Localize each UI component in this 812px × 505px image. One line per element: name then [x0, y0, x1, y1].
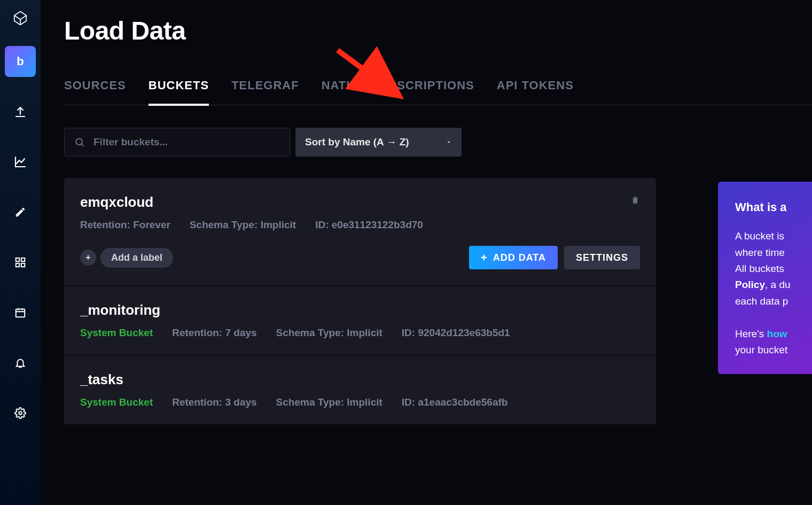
nav-load-data[interactable]: b — [5, 46, 36, 77]
nav-chart-icon[interactable] — [5, 146, 36, 177]
nav-load-data-label: b — [17, 55, 24, 68]
nav-calendar-icon[interactable] — [5, 297, 36, 328]
tab-native-subscriptions[interactable]: NATIVE SUBSCRIPTIONS — [322, 79, 474, 106]
svg-rect-4 — [16, 258, 19, 261]
panel-body: A bucket is where time All buckets Polic… — [735, 228, 812, 309]
bucket-id: ID: 92042d123e63b5d1 — [402, 327, 510, 339]
schema: Schema Type: Implicit — [276, 397, 382, 408]
svg-rect-7 — [21, 263, 25, 267]
bucket-card: _monitoring System Bucket Retention: 7 d… — [64, 286, 656, 355]
system-badge: System Bucket — [80, 397, 153, 408]
svg-line-15 — [82, 144, 84, 146]
nav-edit-icon[interactable] — [5, 197, 36, 228]
add-data-label: ADD DATA — [493, 252, 546, 263]
bucket-id: ID: a1eaac3cbde56afb — [402, 397, 508, 408]
search-icon — [74, 137, 85, 147]
settings-button[interactable]: SETTINGS — [564, 246, 640, 269]
plus-icon: + — [481, 252, 488, 264]
bucket-card: _tasks System Bucket Retention: 3 days S… — [64, 355, 656, 425]
info-panel: What is a A bucket is where time All buc… — [718, 182, 812, 374]
svg-rect-6 — [16, 263, 19, 267]
tab-sources[interactable]: SOURCES — [64, 79, 126, 106]
retention: Retention: Forever — [80, 219, 170, 231]
nav-dashboard-icon[interactable] — [5, 247, 36, 278]
schema: Schema Type: Implicit — [276, 327, 382, 339]
tabs: SOURCES BUCKETS TELEGRAF NATIVE SUBSCRIP… — [64, 79, 812, 105]
bucket-name[interactable]: _monitoring — [80, 302, 640, 318]
svg-point-14 — [76, 138, 82, 145]
tab-telegraf[interactable]: TELEGRAF — [231, 79, 299, 106]
bucket-name[interactable]: _tasks — [80, 371, 640, 388]
chevron-down-icon — [446, 139, 452, 145]
how-link[interactable]: how — [767, 328, 787, 339]
nav-gear-icon[interactable] — [5, 398, 36, 429]
sidebar: b — [0, 0, 41, 505]
bucket-card: emqxcloud Retention: Forever Schema Type… — [64, 178, 656, 286]
nav-upload-icon[interactable] — [5, 96, 36, 127]
bucket-meta: Retention: Forever Schema Type: Implicit… — [80, 219, 640, 231]
system-badge: System Bucket — [80, 327, 153, 339]
main: Load Data SOURCES BUCKETS TELEGRAF NATIV… — [41, 0, 812, 505]
sort-label: Sort by Name (A → Z) — [305, 136, 409, 148]
search-input-wrap[interactable] — [64, 128, 290, 157]
svg-rect-5 — [21, 258, 25, 261]
nav-bell-icon[interactable] — [5, 347, 36, 378]
tab-buckets[interactable]: BUCKETS — [149, 79, 209, 106]
add-data-button[interactable]: + ADD DATA — [469, 246, 558, 269]
bucket-name[interactable]: emqxcloud — [80, 194, 640, 211]
add-label-button[interactable]: Add a label — [100, 248, 173, 268]
bucket-meta: System Bucket Retention: 3 days Schema T… — [80, 397, 640, 408]
trash-icon[interactable] — [630, 195, 640, 207]
filter-buckets-input[interactable] — [93, 136, 280, 148]
schema: Schema Type: Implicit — [190, 219, 296, 231]
svg-point-13 — [19, 411, 22, 415]
sort-dropdown[interactable]: Sort by Name (A → Z) — [295, 128, 462, 157]
retention: Retention: 3 days — [172, 397, 256, 408]
panel-link: Here's how your bucket — [735, 326, 812, 359]
page-title: Load Data — [64, 16, 812, 45]
bucket-meta: System Bucket Retention: 7 days Schema T… — [80, 327, 640, 339]
add-label-plus-icon[interactable]: + — [80, 250, 96, 266]
controls: Sort by Name (A → Z) — [64, 128, 812, 157]
svg-rect-8 — [16, 309, 25, 317]
bucket-list: emqxcloud Retention: Forever Schema Type… — [64, 178, 656, 425]
logo-icon — [12, 10, 29, 27]
bucket-id: ID: e0e31123122b3d70 — [315, 219, 423, 231]
retention: Retention: 7 days — [172, 327, 256, 339]
panel-title: What is a — [735, 198, 812, 216]
tab-api-tokens[interactable]: API TOKENS — [497, 79, 574, 106]
